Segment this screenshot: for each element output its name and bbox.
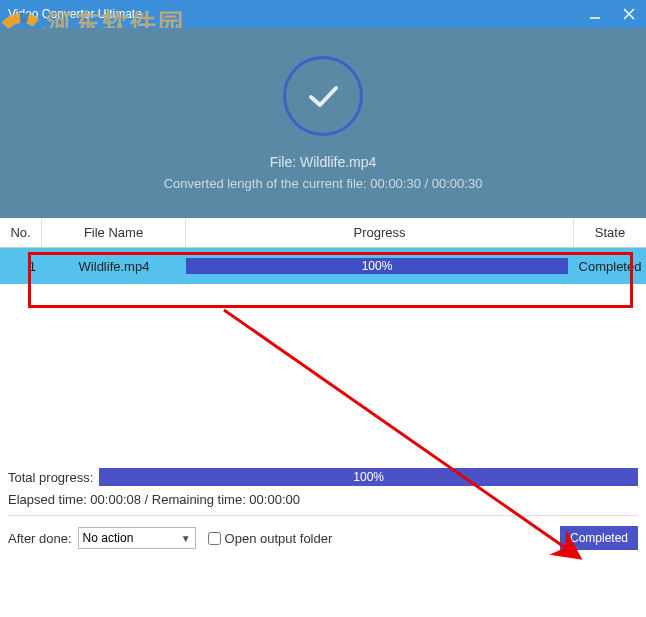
success-check-icon bbox=[283, 56, 363, 136]
minimize-button[interactable] bbox=[578, 0, 612, 28]
row-progress-cell: 100% bbox=[186, 248, 574, 284]
table-header: No. File Name Progress State bbox=[0, 218, 646, 248]
col-header-filename[interactable]: File Name bbox=[42, 218, 186, 247]
row-state: Completed bbox=[574, 248, 646, 284]
after-done-label: After done: bbox=[8, 531, 72, 546]
titlebar: Video Converter Ultimate bbox=[0, 0, 646, 28]
open-output-folder-label: Open output folder bbox=[225, 531, 333, 546]
open-output-folder-checkbox[interactable] bbox=[208, 532, 221, 545]
total-progress-bar: 100% bbox=[99, 468, 638, 486]
close-button[interactable] bbox=[612, 0, 646, 28]
row-progress-pct: 100% bbox=[362, 259, 393, 273]
file-name: Wildlife.mp4 bbox=[300, 154, 376, 170]
divider bbox=[8, 515, 638, 516]
completed-button[interactable]: Completed bbox=[560, 526, 638, 550]
row-filename: Wildlife.mp4 bbox=[42, 248, 186, 284]
col-header-state[interactable]: State bbox=[574, 218, 646, 247]
summary-section: Total progress: 100% Elapsed time: 00:00… bbox=[0, 462, 646, 516]
status-header: File: Wildlife.mp4 Converted length of t… bbox=[0, 28, 646, 218]
current-file-label: File: Wildlife.mp4 bbox=[270, 154, 377, 170]
app-title: Video Converter Ultimate bbox=[8, 7, 142, 21]
total-progress-label: Total progress: bbox=[8, 470, 93, 485]
col-header-no[interactable]: No. bbox=[0, 218, 42, 247]
file-prefix: File: bbox=[270, 154, 300, 170]
elapsed-remaining-time: Elapsed time: 00:00:08 / Remaining time:… bbox=[8, 492, 638, 507]
table-row[interactable]: 1 Wildlife.mp4 100% Completed bbox=[0, 248, 646, 284]
table-body: 1 Wildlife.mp4 100% Completed bbox=[0, 248, 646, 462]
row-progress-bar: 100% bbox=[186, 258, 568, 274]
footer: After done: No action ▼ Open output fold… bbox=[0, 526, 646, 560]
open-output-folder-checkbox-wrap[interactable]: Open output folder bbox=[208, 531, 333, 546]
after-done-select[interactable]: No action bbox=[78, 527, 196, 549]
total-progress-pct: 100% bbox=[353, 470, 384, 484]
col-header-progress[interactable]: Progress bbox=[186, 218, 574, 247]
converted-length-label: Converted length of the current file: 00… bbox=[164, 176, 483, 191]
row-no: 1 bbox=[0, 248, 42, 284]
